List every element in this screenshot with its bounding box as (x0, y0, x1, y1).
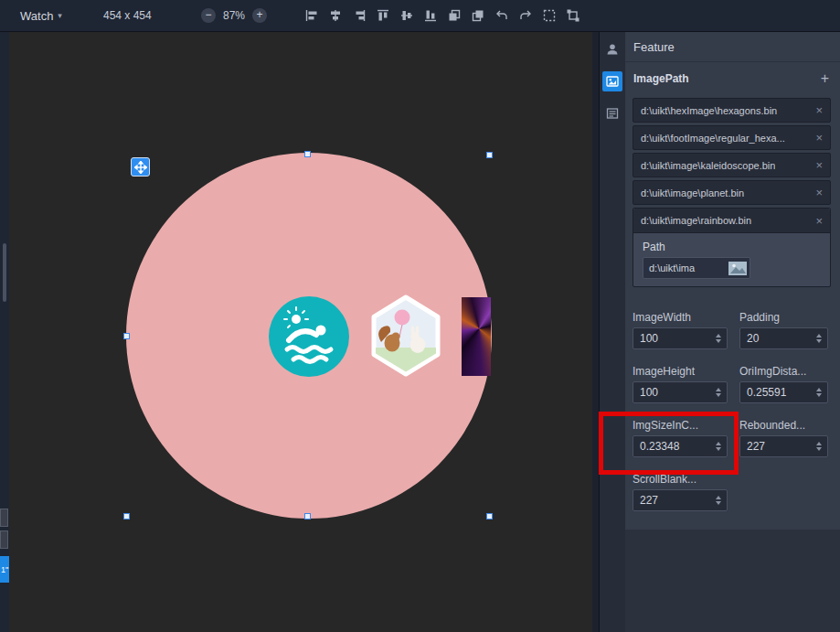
image-preview-thumbnail[interactable] (728, 262, 747, 275)
path-item-rainbow-expanded: d:\uikt\image\rainbow.bin × Path d:\uikt… (633, 208, 831, 287)
remove-path-icon[interactable]: × (815, 131, 823, 145)
ori-img-dista-stepper[interactable] (814, 386, 824, 399)
panel-footer-area (625, 530, 840, 632)
align-right-icon[interactable] (352, 8, 367, 23)
property-padding: Padding 20 (739, 311, 828, 349)
selection-handle-bottom-left[interactable] (123, 513, 130, 520)
scroll-blank-stepper[interactable] (714, 494, 723, 507)
path-item-kaleidoscope[interactable]: d:\uikt\image\kaleidoscope.bin × (633, 153, 831, 177)
selection-handle-bottom-center[interactable] (304, 513, 311, 520)
image-width-stepper[interactable] (714, 332, 723, 345)
image-height-stepper[interactable] (714, 386, 723, 399)
add-path-button[interactable]: + (821, 70, 829, 87)
path-item-planet[interactable]: d:\uikt\image\planet.bin × (633, 180, 831, 205)
zoom-out-button[interactable]: − (201, 8, 216, 23)
imagepath-list: d:\uikt\hexImage\hexagons.bin × d:\uikt\… (625, 95, 840, 287)
path-editor-input[interactable]: d:\uikt\ima (643, 257, 750, 279)
device-selector[interactable]: Watch ▾ (20, 0, 62, 31)
selection-handle-mid-left[interactable] (123, 333, 130, 339)
panel-content: Feature ImagePath + d:\uikt\hexImage\hex… (625, 32, 840, 632)
path-item-rainbow[interactable]: d:\uikt\image\rainbow.bin × (633, 209, 830, 233)
ruler-badge[interactable]: 1" (0, 556, 9, 583)
image-icon (605, 74, 620, 89)
animals-hexagon-image[interactable] (369, 295, 442, 377)
bring-forward-icon[interactable] (447, 8, 462, 23)
image-width-input[interactable]: 100 (633, 327, 728, 349)
selection-handle-bottom-right[interactable] (486, 513, 493, 520)
person-icon (605, 42, 620, 57)
canvas-right-gutter (592, 31, 599, 632)
ori-img-dista-input[interactable]: 0.25591 (739, 381, 828, 403)
padding-input[interactable]: 20 (739, 327, 828, 349)
property-scroll-blank: ScrollBlank... 227 (633, 473, 728, 511)
attributes-panel: Attributes & Styles Feature ImagePath + (599, 0, 840, 632)
redo-icon[interactable] (518, 8, 533, 23)
remove-path-icon[interactable]: × (815, 158, 823, 172)
property-ori-img-dista: OriImgDista... 0.25591 (739, 365, 828, 403)
list-tab[interactable] (602, 103, 622, 123)
scroll-blank-input[interactable]: 227 (633, 489, 728, 511)
remove-path-icon[interactable]: × (815, 214, 823, 228)
undo-icon[interactable] (494, 8, 509, 23)
padding-stepper[interactable] (814, 332, 824, 345)
rebounded-stepper[interactable] (814, 440, 824, 453)
property-image-width: ImageWidth 100 (633, 311, 728, 349)
zoom-in-button[interactable]: + (252, 8, 267, 23)
top-toolbar: Watch ▾ 454 x 454 − 87% + (0, 0, 840, 32)
path-editor-label: Path (643, 241, 830, 253)
rebounded-input[interactable]: 227 (739, 435, 828, 457)
imagepath-header: ImagePath + (625, 62, 840, 95)
property-grid: ImageWidth 100 Padding 20 (625, 311, 840, 511)
canvas-size-label: 454 x 454 (103, 0, 152, 31)
panel-icon-rail (600, 32, 625, 632)
vertical-scrollbar-thumb[interactable] (3, 243, 6, 302)
align-center-horizontal-icon[interactable] (328, 8, 343, 23)
align-middle-vertical-icon[interactable] (399, 8, 414, 23)
left-rail-button-2[interactable] (0, 530, 8, 549)
selection-handle-top-center[interactable] (304, 151, 311, 157)
imagepath-label: ImagePath (633, 72, 689, 85)
property-rebounded: Rebounded... 227 (739, 419, 828, 457)
property-image-height: ImageHeight 100 (633, 365, 728, 403)
app-window: Watch ▾ 454 x 454 − 87% + 1" (0, 0, 840, 632)
property-img-size-in-c: ImgSizeInC... 0.23348 (633, 419, 728, 457)
list-icon (605, 106, 620, 121)
group-icon[interactable] (566, 8, 580, 23)
img-size-in-c-input[interactable]: 0.23348 (633, 435, 728, 457)
person-tab[interactable] (602, 39, 622, 59)
path-item-hexagons[interactable]: d:\uikt\hexImage\hexagons.bin × (633, 98, 831, 123)
align-bottom-icon[interactable] (423, 8, 438, 23)
align-top-icon[interactable] (376, 8, 390, 23)
device-label: Watch (20, 9, 53, 23)
swim-icon[interactable] (269, 296, 349, 377)
image-tab-selected[interactable] (602, 71, 622, 91)
left-rail-button-1[interactable] (0, 509, 8, 527)
image-height-input[interactable]: 100 (633, 381, 728, 403)
zoom-level: 87% (223, 9, 245, 22)
left-edge-rail: 1" (0, 31, 9, 632)
send-backward-icon[interactable] (471, 8, 485, 23)
path-item-regular-hexa[interactable]: d:\uikt\footImage\regular_hexa... × (633, 125, 831, 150)
remove-path-icon[interactable]: × (815, 186, 823, 199)
design-canvas[interactable] (9, 31, 592, 632)
img-size-in-c-stepper[interactable] (714, 440, 723, 453)
align-left-icon[interactable] (304, 8, 319, 23)
zoom-controls: − 87% + (201, 0, 267, 31)
move-handle[interactable] (131, 157, 150, 177)
selection-handle-top-right[interactable] (486, 152, 493, 158)
remove-path-icon[interactable]: × (815, 103, 823, 117)
property-grid-spacer (739, 473, 828, 511)
chevron-down-icon: ▾ (58, 11, 62, 20)
alignment-toolbar (304, 0, 580, 31)
marquee-icon[interactable] (542, 8, 557, 23)
kaleidoscope-strip-image[interactable] (462, 297, 491, 376)
feature-section-title: Feature (625, 32, 840, 62)
